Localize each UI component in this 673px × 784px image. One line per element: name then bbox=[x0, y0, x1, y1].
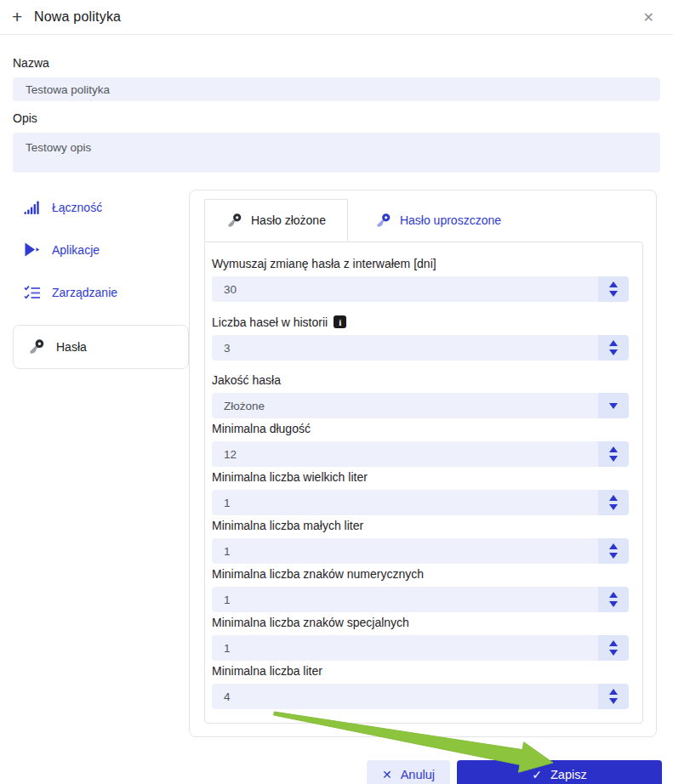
spinner-down-icon[interactable] bbox=[609, 650, 618, 656]
number-spinner[interactable] bbox=[598, 635, 629, 661]
tab-label: Hasło uproszczone bbox=[400, 213, 501, 227]
min-length-input[interactable] bbox=[212, 441, 629, 467]
field-label: Minimalna liczba znaków numerycznych bbox=[212, 568, 629, 580]
chevron-down-icon bbox=[609, 403, 618, 409]
spinner-up-icon[interactable] bbox=[609, 281, 618, 287]
name-label: Nazwa bbox=[13, 56, 660, 70]
field-min-uppercase: Minimalna liczba wielkich liter bbox=[212, 471, 629, 515]
modal-footer: ✕ Anuluj ✓ Zapisz bbox=[0, 760, 662, 784]
key-icon bbox=[226, 213, 242, 228]
field-min-numeric: Minimalna liczba znaków numerycznych bbox=[212, 568, 629, 612]
password-change-interval-input[interactable] bbox=[212, 276, 629, 302]
field-min-letters: Minimalna liczba liter bbox=[212, 665, 629, 709]
number-spinner[interactable] bbox=[598, 587, 629, 612]
modal-header: + Nowa polityka ✕ bbox=[0, 0, 673, 35]
spinner-down-icon[interactable] bbox=[609, 349, 618, 355]
sidebar-item-label: Aplikacje bbox=[52, 243, 100, 257]
number-spinner[interactable] bbox=[598, 276, 629, 302]
policy-general-form: Nazwa Opis Testowy opis bbox=[0, 56, 673, 176]
sidebar-item-hasla[interactable]: Hasła bbox=[13, 325, 189, 369]
check-icon: ✓ bbox=[532, 768, 542, 781]
spinner-down-icon[interactable] bbox=[609, 456, 618, 462]
spinner-up-icon[interactable] bbox=[609, 592, 618, 598]
spinner-down-icon[interactable] bbox=[609, 553, 618, 559]
password-settings-card: Hasło złożone Hasło uproszczone Wym bbox=[189, 190, 657, 737]
spinner-down-icon[interactable] bbox=[609, 504, 618, 510]
selected-value: Złożone bbox=[212, 400, 265, 412]
number-spinner[interactable] bbox=[598, 538, 629, 564]
key-icon bbox=[28, 339, 47, 355]
sidebar-item-lacznosc[interactable]: Łączność bbox=[13, 197, 189, 218]
field-label: Minimalna długość bbox=[212, 423, 629, 435]
field-password-quality: Jakość hasła Złożone bbox=[212, 374, 629, 418]
key-icon bbox=[375, 213, 391, 228]
field-label: Liczba haseł w historii i bbox=[212, 315, 629, 328]
min-special-input[interactable] bbox=[212, 635, 629, 661]
spinner-up-icon[interactable] bbox=[609, 543, 618, 549]
tab-haslo-zlozone[interactable]: Hasło złożone bbox=[204, 199, 348, 241]
sidebar-item-label: Hasła bbox=[56, 340, 87, 354]
plus-icon: + bbox=[12, 7, 34, 27]
description-input[interactable]: Testowy opis bbox=[13, 133, 660, 173]
spinner-down-icon[interactable] bbox=[609, 601, 618, 607]
tab-haslo-uproszczone[interactable]: Hasło uproszczone bbox=[355, 199, 522, 241]
name-input[interactable] bbox=[13, 77, 660, 101]
min-lowercase-input[interactable] bbox=[212, 538, 629, 564]
field-min-length: Minimalna długość bbox=[212, 423, 629, 467]
description-label: Opis bbox=[13, 111, 660, 125]
play-icon bbox=[24, 242, 43, 258]
password-history-count-input[interactable] bbox=[212, 335, 629, 361]
spinner-up-icon[interactable] bbox=[609, 689, 618, 695]
complex-password-panel: Wymuszaj zmianę hasła z interwałem [dni]… bbox=[204, 241, 643, 724]
field-min-special: Minimalna liczba znaków specjalnych bbox=[212, 616, 629, 661]
number-spinner[interactable] bbox=[598, 684, 629, 709]
select-dropdown-button[interactable] bbox=[598, 393, 629, 418]
close-icon[interactable]: ✕ bbox=[636, 6, 661, 29]
field-label: Minimalna liczba liter bbox=[212, 665, 629, 677]
spinner-up-icon[interactable] bbox=[609, 495, 618, 501]
field-label: Wymuszaj zmianę hasła z interwałem [dni] bbox=[212, 258, 629, 270]
tab-label: Hasło złożone bbox=[251, 213, 326, 227]
field-password-history-count: Liczba haseł w historii i bbox=[212, 315, 629, 361]
field-label: Minimalna liczba małych liter bbox=[212, 520, 629, 531]
info-icon[interactable]: i bbox=[334, 315, 346, 328]
min-letters-input[interactable] bbox=[212, 684, 629, 709]
field-label: Jakość hasła bbox=[212, 374, 629, 386]
spinner-down-icon[interactable] bbox=[609, 698, 618, 704]
cancel-button[interactable]: ✕ Anuluj bbox=[367, 760, 450, 784]
content-row: Łączność Aplikacje bbox=[13, 190, 657, 737]
sidebar-item-zarzadzanie[interactable]: Zarządzanie bbox=[13, 282, 189, 303]
field-password-change-interval: Wymuszaj zmianę hasła z interwałem [dni] bbox=[212, 258, 629, 302]
field-label: Minimalna liczba znaków specjalnych bbox=[212, 616, 629, 628]
sidebar-item-label: Zarządzanie bbox=[52, 286, 117, 299]
sidebar-item-label: Łączność bbox=[52, 201, 102, 214]
min-numeric-input[interactable] bbox=[212, 587, 629, 612]
password-tabs: Hasło złożone Hasło uproszczone bbox=[204, 199, 656, 241]
new-policy-modal: + Nowa polityka ✕ Nazwa Opis Testowy opi… bbox=[0, 0, 673, 784]
field-min-lowercase: Minimalna liczba małych liter bbox=[212, 520, 629, 564]
number-spinner[interactable] bbox=[598, 441, 629, 467]
spinner-up-icon[interactable] bbox=[609, 446, 618, 452]
x-icon: ✕ bbox=[382, 768, 392, 781]
spinner-up-icon[interactable] bbox=[609, 340, 618, 346]
field-label: Minimalna liczba wielkich liter bbox=[212, 471, 629, 483]
checklist-icon bbox=[24, 285, 43, 300]
spinner-up-icon[interactable] bbox=[609, 640, 618, 646]
signal-bars-icon bbox=[24, 200, 43, 215]
spinner-down-icon[interactable] bbox=[609, 291, 618, 297]
save-button[interactable]: ✓ Zapisz bbox=[457, 760, 662, 784]
min-uppercase-input[interactable] bbox=[212, 490, 629, 515]
policy-sections-sidebar: Łączność Aplikacje bbox=[13, 190, 189, 369]
modal-title: Nowa polityka bbox=[34, 9, 121, 25]
number-spinner[interactable] bbox=[598, 490, 629, 515]
number-spinner[interactable] bbox=[598, 335, 629, 361]
sidebar-item-aplikacje[interactable]: Aplikacje bbox=[13, 240, 189, 260]
password-quality-select[interactable]: Złożone bbox=[212, 393, 629, 418]
